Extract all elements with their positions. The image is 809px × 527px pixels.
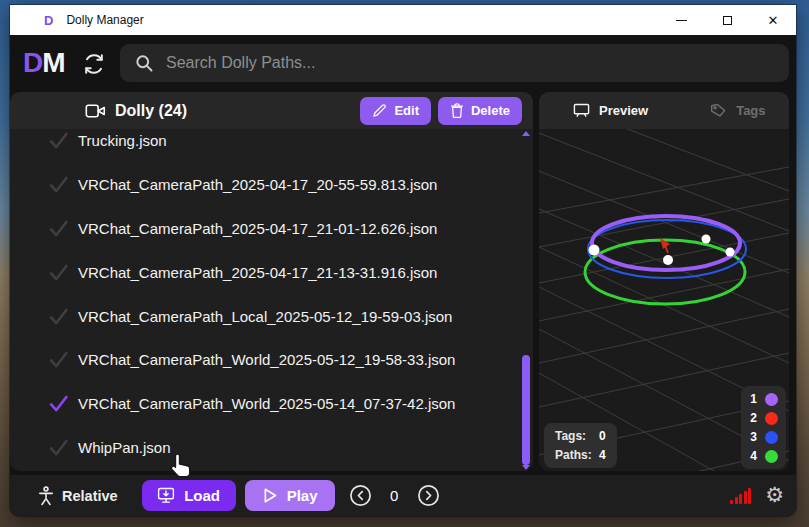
keyframe-dot <box>702 235 711 244</box>
check-icon[interactable] <box>48 306 69 327</box>
bottom-toolbar: Relative Load Play 0 <box>10 475 796 516</box>
signal-bars-icon <box>730 488 751 504</box>
stat-row: Tags: 0 <box>555 429 606 443</box>
refresh-icon <box>82 52 106 76</box>
file-name: VRChat_CameraPath_2025-04-17_21-01-12.62… <box>78 220 437 237</box>
play-button[interactable]: Play <box>245 480 335 511</box>
app-window: D Dolly Manager ✕ DM Search D <box>10 5 796 516</box>
refresh-button[interactable] <box>82 52 106 76</box>
chevron-right-icon <box>417 484 440 507</box>
list-item[interactable]: VRChat_CameraPath_2025-04-17_20-55-59.81… <box>10 163 533 207</box>
check-icon[interactable] <box>48 130 69 151</box>
app-logo: DM <box>23 47 65 79</box>
path-color-dot <box>765 431 778 444</box>
app-body: DM Search Dolly Paths... <box>10 35 796 516</box>
legend-number: 1 <box>749 392 757 406</box>
check-icon[interactable] <box>48 437 69 458</box>
path-color-dot <box>765 450 778 463</box>
check-icon[interactable] <box>48 174 69 195</box>
pencil-icon <box>372 103 387 118</box>
app-header: DM Search Dolly Paths... <box>10 35 796 92</box>
window-controls: ✕ <box>658 5 796 35</box>
trash-icon <box>450 103 464 118</box>
preview-panel-header: Preview Tags <box>539 92 789 129</box>
search-placeholder: Search Dolly Paths... <box>166 54 315 72</box>
stat-label: Tags: <box>555 429 599 443</box>
maximize-icon <box>723 16 732 25</box>
dolly-panel-title: Dolly (24) <box>115 102 187 120</box>
file-name: VRChat_CameraPath_World_2025-05-14_07-37… <box>78 395 455 412</box>
legend-item: 4 <box>749 449 778 463</box>
tab-preview[interactable]: Preview <box>573 103 648 118</box>
prev-keyframe-button[interactable] <box>349 484 372 507</box>
check-icon[interactable] <box>48 218 69 239</box>
legend-item: 2 <box>749 411 778 425</box>
legend-number: 2 <box>749 411 757 425</box>
chevron-left-icon <box>349 484 372 507</box>
titlebar: D Dolly Manager ✕ <box>10 5 796 35</box>
edit-button[interactable]: Edit <box>360 97 431 125</box>
legend-number: 3 <box>749 430 757 444</box>
settings-button[interactable]: ⚙ <box>765 485 784 506</box>
close-icon: ✕ <box>768 14 779 27</box>
load-button-label: Load <box>184 487 220 504</box>
titlebar-app-icon: D <box>44 13 53 28</box>
stat-label: Paths: <box>555 448 599 462</box>
window-title: Dolly Manager <box>66 13 143 27</box>
keyframe-dot <box>663 255 673 265</box>
file-name: VRChat_CameraPath_2025-04-17_21-13-31.91… <box>78 264 437 281</box>
preview-tabs: Preview Tags <box>539 103 789 118</box>
list-item[interactable]: VRChat_CameraPath_World_2025-05-14_07-37… <box>10 382 533 426</box>
list-item[interactable]: Trucking.json <box>10 129 533 163</box>
list-item[interactable]: VRChat_CameraPath_Local_2025-05-12_19-59… <box>10 294 533 338</box>
list-item[interactable]: VRChat_CameraPath_2025-04-17_21-13-31.91… <box>10 250 533 294</box>
keyframe-dot <box>589 245 600 256</box>
search-input[interactable]: Search Dolly Paths... <box>120 44 789 82</box>
download-icon <box>157 487 175 504</box>
maximize-button[interactable] <box>704 5 750 35</box>
list-item[interactable]: WhipPan.json <box>10 426 533 470</box>
check-icon[interactable] <box>48 349 69 370</box>
minimize-button[interactable] <box>658 5 704 35</box>
stat-value: 0 <box>599 429 606 443</box>
file-name: VRChat_CameraPath_2025-04-17_20-55-59.81… <box>78 176 437 193</box>
play-button-label: Play <box>287 487 318 504</box>
file-name: VRChat_CameraPath_World_2025-05-12_19-58… <box>78 351 455 368</box>
close-button[interactable]: ✕ <box>750 5 796 35</box>
main-area: Dolly (24) Edit D <box>10 92 796 471</box>
keyframe-dot <box>726 248 735 257</box>
dolly-panel: Dolly (24) Edit D <box>10 92 533 471</box>
logo-letter-m: M <box>42 47 64 78</box>
path-legend: 1 2 3 <box>741 386 786 469</box>
relative-label: Relative <box>62 488 118 504</box>
check-icon[interactable] <box>48 393 69 414</box>
list-scrollbar[interactable] <box>521 129 531 471</box>
video-camera-icon <box>85 103 106 119</box>
person-icon <box>38 486 54 506</box>
delete-button[interactable]: Delete <box>438 97 522 125</box>
dolly-title-group: Dolly (24) <box>85 102 187 120</box>
check-icon[interactable] <box>48 262 69 283</box>
scroll-up-icon[interactable] <box>522 131 530 136</box>
scroll-down-icon[interactable] <box>522 465 530 470</box>
delete-button-label: Delete <box>471 103 510 118</box>
legend-number: 4 <box>749 449 757 463</box>
load-button[interactable]: Load <box>142 480 236 511</box>
tab-tags[interactable]: Tags <box>710 103 765 118</box>
list-item[interactable]: VRChat_CameraPath_2025-04-17_21-01-12.62… <box>10 207 533 251</box>
scrollbar-thumb[interactable] <box>522 355 530 465</box>
file-name: WhipPan.json <box>78 439 171 456</box>
tab-preview-label: Preview <box>599 103 648 118</box>
stat-value: 4 <box>599 448 606 462</box>
list-item[interactable]: VRChat_CameraPath_World_2025-05-12_19-58… <box>10 338 533 382</box>
file-name: Trucking.json <box>78 132 167 149</box>
preview-panel: Preview Tags <box>539 92 789 471</box>
preview-3d-view[interactable]: Tags: 0 Paths: 4 <box>539 129 789 471</box>
next-keyframe-button[interactable] <box>417 484 440 507</box>
dolly-actions: Edit Delete <box>360 97 522 125</box>
relative-toggle[interactable]: Relative <box>38 486 118 506</box>
tag-icon <box>710 103 727 118</box>
path-color-dot <box>765 412 778 425</box>
minimize-icon <box>676 20 687 21</box>
dolly-panel-header: Dolly (24) Edit D <box>10 92 533 129</box>
